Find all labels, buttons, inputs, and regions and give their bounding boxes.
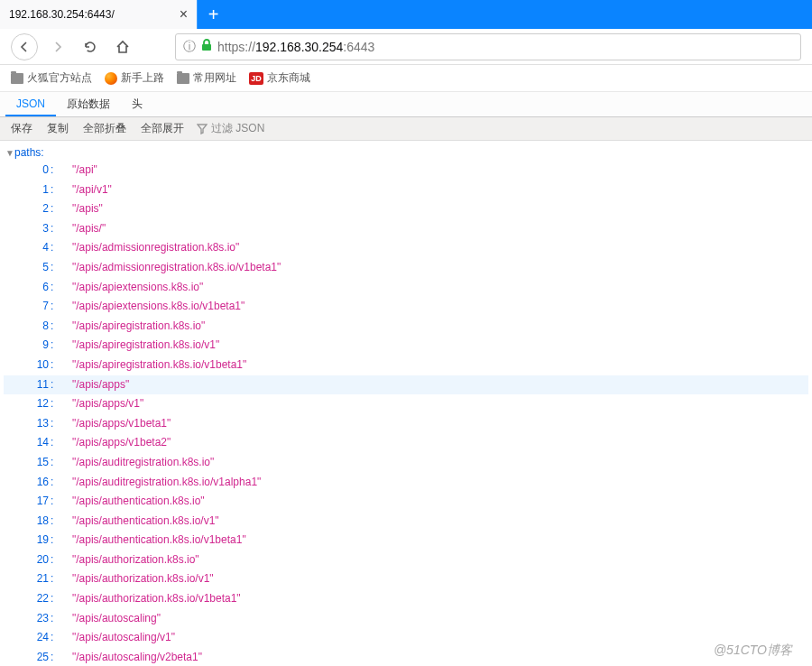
filter-json[interactable]: 过滤 JSON <box>191 121 270 136</box>
json-value: "/apis/apiregistration.k8s.io" <box>72 319 205 334</box>
json-index: 7 <box>20 300 51 314</box>
json-colon: : <box>51 533 58 548</box>
copy-button[interactable]: 复制 <box>40 117 76 140</box>
filter-icon <box>197 124 208 134</box>
bookmark-firefox-official[interactable]: 火狐官方站点 <box>11 70 92 86</box>
expand-all-button[interactable]: 全部展开 <box>134 117 191 140</box>
json-value: "/apis/apiregistration.k8s.io/v1" <box>72 338 219 353</box>
json-value: "/apis/auditregistration.k8s.io" <box>72 456 214 470</box>
collapse-all-button[interactable]: 全部折叠 <box>76 117 134 140</box>
folder-icon <box>177 73 189 84</box>
arrow-left-icon <box>17 40 32 54</box>
json-colon: : <box>51 300 58 314</box>
bookmark-common-urls[interactable]: 常用网址 <box>177 70 236 86</box>
json-index: 20 <box>20 553 51 568</box>
json-row[interactable]: 6:"/apis/apiextensions.k8s.io" <box>4 278 808 298</box>
home-button[interactable] <box>110 34 135 60</box>
json-colon: : <box>51 456 58 470</box>
json-index: 6 <box>20 281 51 295</box>
json-row[interactable]: 3:"/apis/" <box>4 219 808 239</box>
json-value: "/apis/admissionregistration.k8s.io" <box>72 241 239 255</box>
json-index: 14 <box>20 436 51 450</box>
url-bar[interactable]: ⓘ https://192.168.30.254:6443 <box>175 33 801 60</box>
json-row[interactable]: 11:"/apis/apps" <box>4 375 808 395</box>
url-host: 192.168.30.254 <box>255 40 343 54</box>
lock-icon[interactable] <box>201 39 212 54</box>
json-value: "/apis/authorization.k8s.io/v1beta1" <box>72 592 241 606</box>
json-row[interactable]: 25:"/apis/autoscaling/v2beta1" <box>4 648 808 666</box>
json-row[interactable]: 5:"/apis/admissionregistration.k8s.io/v1… <box>4 258 808 278</box>
json-row[interactable]: 18:"/apis/authentication.k8s.io/v1" <box>4 512 808 532</box>
jd-icon: JD <box>249 72 263 85</box>
arrow-right-icon <box>51 40 65 54</box>
json-value: "/apis/auditregistration.k8s.io/v1alpha1… <box>72 476 261 490</box>
json-rows-container: 0:"/api"1:"/api/v1"2:"/apis"3:"/apis/"4:… <box>4 161 808 666</box>
json-value: "/api/v1" <box>72 183 112 198</box>
tab-json[interactable]: JSON <box>5 92 56 116</box>
json-colon: : <box>51 592 58 606</box>
json-row[interactable]: 2:"/apis" <box>4 199 808 219</box>
json-row[interactable]: 17:"/apis/authentication.k8s.io" <box>4 492 808 512</box>
json-colon: : <box>51 436 58 450</box>
close-tab-icon[interactable]: × <box>180 6 188 23</box>
json-colon: : <box>51 338 58 353</box>
json-colon: : <box>51 241 58 255</box>
json-row[interactable]: 14:"/apis/apps/v1beta2" <box>4 433 808 453</box>
nav-toolbar: ⓘ https://192.168.30.254:6443 <box>0 29 812 65</box>
json-value: "/apis" <box>72 202 103 217</box>
json-index: 0 <box>20 163 51 178</box>
json-index: 24 <box>20 631 51 645</box>
json-value: "/apis/" <box>72 222 106 236</box>
tab-headers[interactable]: 头 <box>121 92 153 116</box>
json-row[interactable]: 21:"/apis/authorization.k8s.io/v1" <box>4 569 808 589</box>
json-value: "/apis/authorization.k8s.io/v1" <box>72 572 214 587</box>
json-row[interactable]: 16:"/apis/auditregistration.k8s.io/v1alp… <box>4 473 808 493</box>
back-button[interactable] <box>11 33 38 60</box>
json-value: "/apis/apps/v1beta1" <box>72 417 171 431</box>
json-row[interactable]: 0:"/api" <box>4 161 808 180</box>
json-index: 8 <box>20 319 51 334</box>
json-value: "/apis/authentication.k8s.io/v1beta1" <box>72 533 246 548</box>
browser-tab[interactable]: 192.168.30.254:6443/ × <box>0 0 197 29</box>
json-index: 11 <box>20 378 51 393</box>
json-row[interactable]: 8:"/apis/apiregistration.k8s.io" <box>4 317 808 337</box>
json-index: 1 <box>20 183 51 198</box>
json-row[interactable]: 12:"/apis/apps/v1" <box>4 394 808 414</box>
json-root-key: paths: <box>14 146 44 159</box>
json-row[interactable]: 20:"/apis/authorization.k8s.io" <box>4 550 808 570</box>
json-colon: : <box>51 183 58 198</box>
bookmark-jd[interactable]: JD京东商城 <box>249 70 310 86</box>
new-tab-button[interactable]: + <box>197 0 229 29</box>
json-index: 17 <box>20 495 51 509</box>
json-root-row[interactable]: ▼ paths: <box>4 144 808 161</box>
json-row[interactable]: 15:"/apis/auditregistration.k8s.io" <box>4 453 808 473</box>
json-row[interactable]: 24:"/apis/autoscaling/v1" <box>4 628 808 648</box>
site-info-icon[interactable]: ⓘ <box>183 39 196 55</box>
json-viewer-body: ▼ paths: 0:"/api"1:"/api/v1"2:"/apis"3:"… <box>0 141 812 666</box>
bookmark-getting-started[interactable]: 新手上路 <box>105 70 164 86</box>
json-row[interactable]: 13:"/apis/apps/v1beta1" <box>4 414 808 434</box>
json-row[interactable]: 19:"/apis/authentication.k8s.io/v1beta1" <box>4 531 808 550</box>
save-button[interactable]: 保存 <box>4 117 40 140</box>
json-value: "/apis/apiextensions.k8s.io" <box>72 281 203 295</box>
json-colon: : <box>51 281 58 295</box>
reload-button[interactable] <box>78 34 103 60</box>
json-colon: : <box>51 378 58 393</box>
forward-button[interactable] <box>45 34 70 60</box>
json-row[interactable]: 23:"/apis/autoscaling" <box>4 609 808 629</box>
json-value: "/apis/autoscaling/v1" <box>72 631 175 645</box>
url-port: :6443 <box>343 40 374 54</box>
json-row[interactable]: 22:"/apis/authorization.k8s.io/v1beta1" <box>4 589 808 609</box>
json-value: "/apis/autoscaling/v2beta1" <box>72 651 202 665</box>
json-row[interactable]: 7:"/apis/apiextensions.k8s.io/v1beta1" <box>4 297 808 317</box>
json-row[interactable]: 9:"/apis/apiregistration.k8s.io/v1" <box>4 336 808 356</box>
json-row[interactable]: 10:"/apis/apiregistration.k8s.io/v1beta1… <box>4 356 808 375</box>
json-index: 15 <box>20 456 51 470</box>
json-colon: : <box>51 495 58 509</box>
collapse-toggle-icon[interactable]: ▼ <box>5 148 14 158</box>
json-row[interactable]: 1:"/api/v1" <box>4 180 808 200</box>
tab-raw-data[interactable]: 原始数据 <box>56 92 121 116</box>
tab-title: 192.168.30.254:6443/ <box>9 8 115 21</box>
json-row[interactable]: 4:"/apis/admissionregistration.k8s.io" <box>4 238 808 258</box>
json-colon: : <box>51 417 58 431</box>
